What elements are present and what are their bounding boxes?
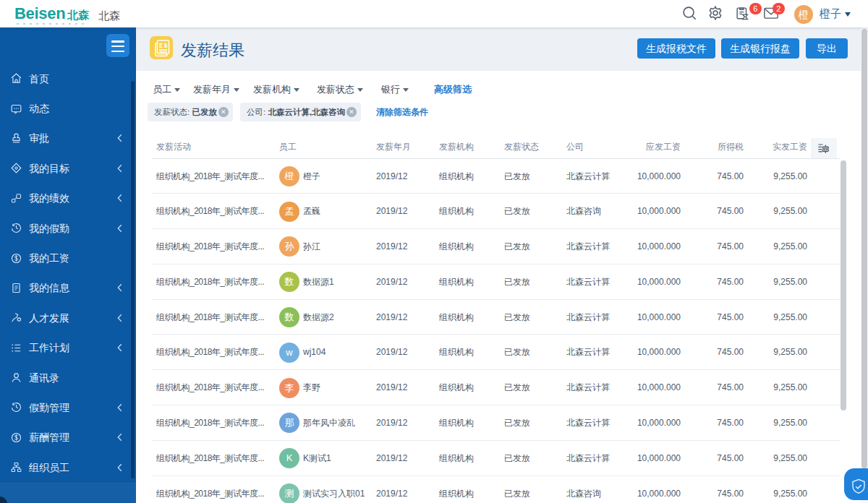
svg-text:$: $ [163, 42, 167, 49]
